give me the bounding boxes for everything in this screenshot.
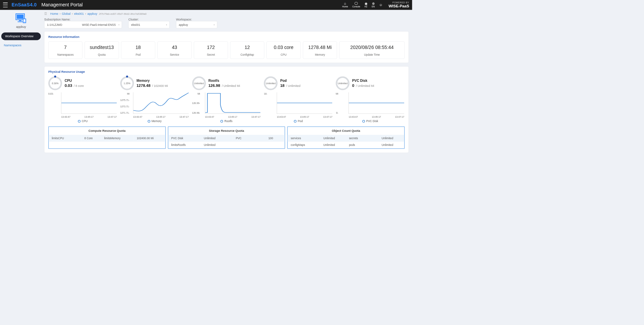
- crumb-cluster[interactable]: eks001: [74, 12, 84, 15]
- quota-row: servicesUnlimitedsecretsUnlimited: [288, 135, 404, 142]
- brand-logo: EnSaaS4.0: [12, 2, 37, 8]
- quota-val: Unlimited: [201, 135, 233, 142]
- chart-yaxis: 18-: [264, 92, 268, 114]
- svg-rect-2: [19, 20, 21, 21]
- resource-card-label: CPU: [268, 53, 299, 57]
- chevron-down-icon: ▾: [166, 23, 167, 26]
- nav-region-label: HZ: [365, 6, 368, 8]
- subscription-select[interactable]: 1-1VLZJWD WISE-PaaS-Internal-ENSS ▾: [44, 21, 122, 29]
- breadcrumb: ☲ Home › Global › eks001 › appbuy 2f7b79…: [44, 12, 409, 15]
- sidebar-item-namespaces[interactable]: Namespaces: [0, 42, 42, 49]
- nav-user[interactable]: ☺: [379, 3, 382, 7]
- gauge-icon: Unlimited: [336, 76, 350, 90]
- resource-card: 12ConfigMap: [230, 42, 264, 59]
- legend-marker-icon: [362, 120, 365, 122]
- gauge-icon: Unlimited: [264, 76, 278, 90]
- powered-brand: WISE-PaaS: [388, 4, 409, 8]
- sidebar: appbuy Workspace Overview Namespaces: [0, 10, 42, 208]
- chevron-right-icon: ›: [85, 12, 86, 15]
- usage-chart: Mi126.99-126.98-13:43:4713:45:1713:47:17: [192, 92, 261, 118]
- chart-xaxis: 13:43:4713:45:1713:47:17: [348, 115, 404, 118]
- chart-plot: [61, 92, 117, 114]
- svg-rect-1: [17, 15, 23, 19]
- usage-value: 1278.48 / 102400 Mi: [137, 84, 168, 88]
- crumb-home[interactable]: Home: [50, 12, 58, 15]
- legend-marker-icon: [220, 120, 223, 122]
- chart-plot: [133, 92, 189, 114]
- quota-key: PVC: [233, 135, 265, 142]
- chart-legend: Memory: [120, 119, 189, 123]
- gauge-text: Unlimited: [336, 76, 350, 90]
- resource-card: 172Secret: [194, 42, 228, 59]
- quota-key: limitsMemory: [101, 135, 133, 142]
- quota-row: configMapsUnlimitedpodsUnlimited: [288, 142, 404, 148]
- location-icon: ◉: [365, 2, 368, 6]
- globe-icon: ⊕: [372, 2, 375, 6]
- usage-block: 0.38%CPU0.03 / 8 core0.03-13:43:4713:45:…: [48, 76, 117, 123]
- quota-val: Unlimited: [379, 142, 404, 148]
- resource-card-value: 0.03 core: [268, 45, 299, 50]
- nav-console[interactable]: 🖵 Console: [352, 2, 360, 8]
- quota-val: [82, 142, 101, 145]
- cluster-select[interactable]: eks001 ▾: [128, 21, 170, 29]
- usage-chart: 18-13:43:4713:45:1713:47:17: [264, 92, 333, 118]
- subscription-code: 1-1VLZJWD: [47, 23, 70, 26]
- svg-rect-3: [17, 21, 22, 22]
- workspace-value: appbuy: [179, 23, 188, 26]
- breadcrumb-toggle-icon[interactable]: ☲: [44, 12, 48, 15]
- quota-val: Unlimited: [201, 142, 233, 148]
- sidebar-item-workspace-overview[interactable]: Workspace Overview: [1, 33, 41, 40]
- subscription-name: WISE-PaaS-Internal-ENSS: [82, 23, 116, 26]
- usage-title: Pod: [280, 79, 300, 83]
- resource-card-label: ConfigMap: [232, 53, 263, 57]
- resource-card-label: Quota: [86, 53, 117, 57]
- compute-quota-title: Compute Resource Quota: [49, 127, 165, 134]
- main-content: ☲ Home › Global › eks001 › appbuy 2f7b79…: [42, 10, 412, 208]
- nav-language[interactable]: ⊕ EN: [372, 2, 375, 8]
- usage-block: UnlimitedPVC Disk0 / Unlimited MiMi0-13:…: [336, 76, 405, 123]
- sidebar-item-label: Workspace Overview: [5, 35, 33, 38]
- chart-yaxis: Mi126.99-126.98-: [192, 92, 201, 114]
- chevron-right-icon: ›: [72, 12, 73, 15]
- nav-region[interactable]: ◉ HZ: [365, 2, 368, 8]
- storage-quota-title: Storage Resource Quota: [168, 127, 285, 134]
- nav-home-label: Home: [342, 6, 348, 8]
- nav-console-label: Console: [352, 6, 360, 8]
- quota-row: limitsRootfsUnlimited: [168, 142, 285, 148]
- workspace-select[interactable]: appbuy ▾: [176, 21, 217, 29]
- chart-xaxis: 13:43:4713:45:1713:47:17: [205, 115, 261, 118]
- gauge-icon: Unlimited: [192, 76, 206, 90]
- quota-row: [49, 142, 165, 145]
- legend-marker-icon: [148, 120, 150, 122]
- gauge-text: 0.38%: [48, 76, 62, 90]
- resource-card-label: Memory: [304, 53, 335, 57]
- compute-quota-panel: Compute Resource Quota limitsCPU8 Coreli…: [48, 126, 166, 149]
- resource-card-value: 43: [159, 45, 190, 50]
- workspace-icon: [0, 13, 42, 24]
- quota-key: [233, 142, 265, 148]
- usage-value: 126.98 / Unlimited Mi: [208, 84, 240, 88]
- chevron-right-icon: ›: [60, 12, 61, 15]
- cluster-value: eks001: [131, 23, 140, 26]
- usage-block: 1.25%Memory1278.48 / 102400 MiMi1275.71-…: [120, 76, 189, 123]
- usage-value: 0 / Unlimited Mi: [352, 84, 374, 88]
- chart-xaxis: 13:43:4713:45:1713:47:17: [277, 115, 332, 118]
- chart-yaxis: 0.03-: [48, 92, 55, 114]
- quota-val: Unlimited: [320, 135, 346, 142]
- resource-card: 18Pod: [121, 42, 155, 59]
- resource-card-value: 12: [232, 45, 263, 50]
- quota-val: Unlimited: [379, 135, 404, 142]
- menu-toggle-icon[interactable]: [3, 2, 8, 8]
- chart-yaxis: Mi0-: [336, 92, 339, 114]
- gauge-text: 1.25%: [120, 76, 134, 90]
- crumb-global[interactable]: Global: [62, 12, 70, 15]
- nav-home[interactable]: ⌂ Home: [342, 2, 348, 8]
- chart-legend: Rootfs: [192, 119, 261, 123]
- quota-key: limitsRootfs: [168, 142, 201, 148]
- usage-title: PVC Disk: [352, 79, 374, 83]
- quota-val: 8 Core: [82, 135, 101, 142]
- usage-value: 18 / Unlimited: [280, 84, 300, 88]
- crumb-workspace[interactable]: appbuy: [87, 12, 97, 15]
- legend-marker-icon: [294, 120, 297, 122]
- crumb-uuid: 2f7b79ab-ed07-45d7-96d2-4fcc7a5389a0: [99, 12, 147, 15]
